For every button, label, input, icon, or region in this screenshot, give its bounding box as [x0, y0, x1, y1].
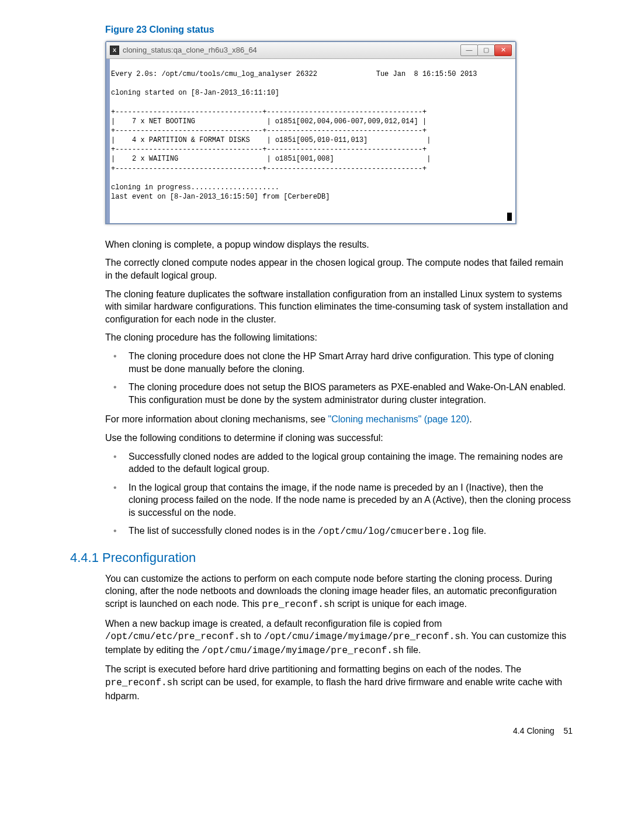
terminal-row: | 7 x NET BOOTING | o185i[002,004,006-00…: [111, 117, 427, 126]
figure-caption: Figure 23 Cloning status: [105, 23, 596, 36]
code-text: pre_reconf.sh: [262, 599, 335, 610]
list-item: The cloning procedure does not clone the…: [105, 350, 573, 375]
paragraph: The cloning feature duplicates the softw…: [105, 288, 573, 326]
bullet-list: Successfully cloned nodes are added to t…: [105, 450, 573, 539]
paragraph: You can customize the actions to perform…: [105, 572, 573, 612]
window-title: cloning_status:qa_clone_rh6u3_x86_64: [123, 45, 257, 55]
terminal-window: X cloning_status:qa_clone_rh6u3_x86_64 —…: [105, 41, 516, 224]
terminal-line: Every 2.0s: /opt/cmu/tools/cmu_log_analy…: [111, 70, 477, 78]
code-text: /opt/cmu/image/myimage/pre_reconf.sh: [202, 645, 404, 656]
window-controls: — ▢ ✕: [461, 44, 512, 56]
terminal-divider: +-----------------------------------+---…: [111, 127, 427, 135]
terminal-row: | 4 x PARTITION & FORMAT DISKS | o185i[0…: [111, 136, 431, 144]
paragraph: For more information about cloning mecha…: [105, 413, 573, 426]
list-item: In the logical group that contains the i…: [105, 481, 573, 519]
text: file.: [469, 526, 486, 536]
list-item: The list of successfully cloned nodes is…: [105, 525, 573, 539]
code-text: pre_reconf.sh: [105, 678, 178, 688]
page-footer: 4.4 Cloning 51: [35, 726, 573, 737]
terminal-line: cloning in progress.....................: [111, 183, 279, 192]
maximize-button[interactable]: ▢: [477, 44, 495, 56]
page-number: 51: [563, 726, 573, 735]
terminal-line: cloning started on [8-Jan-2013_16:11:10]: [111, 89, 279, 97]
footer-section: 4.4 Cloning: [513, 726, 554, 735]
text: .: [469, 414, 471, 424]
cursor-icon: [507, 213, 512, 221]
code-text: /opt/cmu/log/cmucerbere.log: [318, 526, 469, 537]
terminal-divider: +-----------------------------------+---…: [111, 145, 427, 154]
text: For more information about cloning mecha…: [105, 414, 328, 424]
paragraph: When a new backup image is created, a de…: [105, 617, 573, 658]
app-icon: X: [110, 46, 119, 55]
text: The script is executed before hard drive…: [105, 664, 521, 674]
window-title-bar: X cloning_status:qa_clone_rh6u3_x86_64 —…: [106, 42, 515, 59]
paragraph: The cloning procedure has the following …: [105, 331, 573, 344]
paragraph: Use the following conditions to determin…: [105, 432, 573, 445]
body-content: When cloning is complete, a popup window…: [105, 238, 573, 539]
text: to: [251, 631, 264, 641]
text: When a new backup image is created, a de…: [105, 619, 442, 629]
code-text: /opt/cmu/image/myimage/pre_reconf.sh: [264, 631, 466, 642]
paragraph: The script is executed before hard drive…: [105, 663, 573, 702]
terminal-line: last event on [8-Jan-2013_16:15:50] from…: [111, 193, 330, 201]
section-content: You can customize the actions to perform…: [105, 572, 573, 702]
text: The list of successfully cloned nodes is…: [129, 526, 318, 536]
terminal-divider: +-----------------------------------+---…: [111, 165, 427, 173]
section-heading: 4.4.1 Preconfiguration: [70, 549, 596, 567]
cross-reference-link[interactable]: "Cloning mechanisms" (page 120): [328, 414, 470, 424]
close-button[interactable]: ✕: [494, 44, 512, 56]
minimize-button[interactable]: —: [460, 44, 478, 56]
terminal-divider: +-----------------------------------+---…: [111, 108, 427, 116]
list-item: The cloning procedure does not setup the…: [105, 381, 573, 406]
terminal-body: Every 2.0s: /opt/cmu/tools/cmu_log_analy…: [106, 59, 515, 223]
code-text: /opt/cmu/etc/pre_reconf.sh: [105, 631, 251, 642]
terminal-row: | 2 x WAITING | o185i[001,008] |: [111, 155, 431, 163]
paragraph: When cloning is complete, a popup window…: [105, 238, 573, 251]
bullet-list: The cloning procedure does not clone the…: [105, 350, 573, 406]
text: file.: [404, 645, 421, 655]
text: script is unique for each image.: [335, 599, 467, 609]
paragraph: The correctly cloned compute nodes appea…: [105, 256, 573, 282]
list-item: Successfully cloned nodes are added to t…: [105, 450, 573, 475]
